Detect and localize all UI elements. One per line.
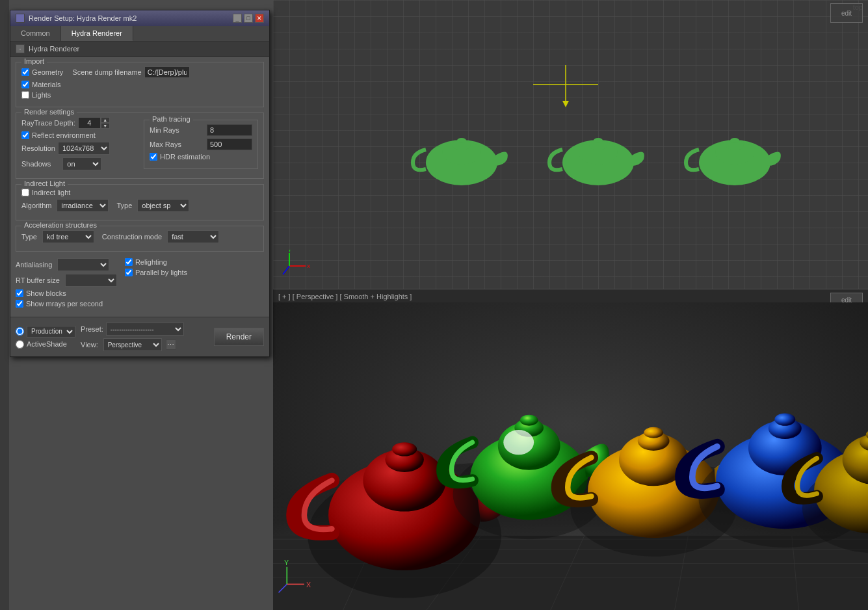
panel-content: Import Geometry Scene dump filename Mate…: [10, 57, 269, 317]
extra-options: Antialiasing RT buffer size Show bloc: [16, 257, 264, 312]
acceleration-title: Acceleration structures: [21, 221, 99, 229]
parallel-lights-checkbox[interactable]: [125, 269, 133, 276]
raytrace-down-btn[interactable]: ▼: [101, 123, 110, 129]
shadows-label: Shadows: [21, 160, 51, 168]
production-radio[interactable]: [16, 327, 24, 336]
raytrace-depth-label: RayTrace Depth:: [21, 119, 75, 127]
rt-buffer-select[interactable]: [65, 274, 117, 287]
resolution-row: Resolution 1024x768: [21, 142, 136, 155]
rt-buffer-row: RT buffer size: [16, 274, 117, 287]
lights-row: Lights: [21, 91, 258, 99]
parallel-lights-label: Parallel by lights: [135, 269, 187, 276]
algorithm-label: Algorithm: [21, 202, 51, 209]
render-settings-group: Render settings RayTrace Depth: ▲ ▼: [16, 113, 264, 179]
max-rays-row: Max Rays: [150, 139, 252, 150]
restore-button[interactable]: □: [244, 14, 253, 23]
raytrace-depth-spinner-btns: ▲ ▼: [101, 117, 110, 129]
antialiasing-select[interactable]: [57, 258, 109, 271]
preset-label: Preset:: [81, 325, 103, 333]
indirect-light-label: Indirect light: [32, 189, 70, 196]
render-mode-group: Production ActiveShade: [16, 326, 75, 349]
reflect-env-row: Reflect environment: [21, 131, 136, 139]
lights-label: Lights: [32, 91, 51, 99]
indirect-light-checkbox[interactable]: [21, 189, 29, 196]
min-rays-row: Min Rays: [150, 124, 252, 136]
dialog-titlebar: Render Setup: Hydra Render mk2 _ □ ✕: [10, 10, 269, 26]
top-edit-widget[interactable]: edit: [830, 3, 863, 23]
tab-hydra-renderer[interactable]: Hydra Renderer: [61, 26, 133, 41]
geometry-checkbox[interactable]: [21, 68, 29, 76]
indirect-light-group: Indirect Light Indirect light Algorithm …: [16, 184, 264, 220]
max-rays-input[interactable]: [207, 139, 252, 150]
raytrace-depth-spinner: ▲ ▼: [78, 117, 110, 129]
render-settings-columns: RayTrace Depth: ▲ ▼ Reflect environmen: [21, 117, 258, 173]
min-rays-input[interactable]: [207, 124, 252, 136]
raytrace-depth-input[interactable]: [78, 117, 101, 129]
show-mrays-checkbox[interactable]: [16, 300, 23, 308]
close-button[interactable]: ✕: [255, 14, 264, 23]
resolution-select[interactable]: 1024x768: [58, 142, 110, 155]
reflect-env-checkbox[interactable]: [21, 131, 29, 139]
accel-type-select[interactable]: kd tree: [42, 230, 94, 243]
viewport-area: top edit: [273, 0, 868, 610]
panel-collapse-button[interactable]: -: [16, 44, 25, 53]
crosshair-widget: [527, 59, 605, 111]
view-select[interactable]: Perspective: [103, 338, 162, 351]
panel-header-label: Hydra Renderer: [29, 45, 79, 53]
materials-label: Materials: [32, 81, 61, 88]
lights-checkbox[interactable]: [21, 91, 29, 99]
teapot-silhouettes: [410, 127, 832, 192]
preset-select[interactable]: --------------------: [106, 323, 184, 336]
raytrace-up-btn[interactable]: ▲: [101, 117, 110, 123]
type-select[interactable]: object sp: [137, 199, 189, 212]
geometry-label: Geometry: [32, 68, 63, 76]
relighting-checkbox[interactable]: [125, 258, 133, 266]
algorithm-row: Algorithm irradiance Type object sp: [21, 199, 258, 212]
production-select[interactable]: Production: [27, 326, 75, 338]
antialiasing-row: Antialiasing: [16, 258, 117, 271]
path-tracing-group: Path tracing Min Rays Max Rays: [144, 120, 258, 169]
relighting-row: Relighting: [125, 258, 187, 266]
min-rays-label: Min Rays: [150, 126, 179, 134]
svg-point-6: [457, 138, 466, 143]
indirect-light-row: Indirect light: [21, 189, 258, 196]
algorithm-select[interactable]: irradiance: [57, 199, 109, 212]
preset-view-group: Preset: -------------------- View: Persp…: [81, 323, 184, 351]
svg-text:Y: Y: [284, 559, 289, 566]
shadows-select[interactable]: on off: [62, 157, 101, 170]
raytrace-depth-row: RayTrace Depth: ▲ ▼: [21, 117, 136, 129]
titlebar-left: Render Setup: Hydra Render mk2: [16, 14, 137, 23]
scene-dump-input[interactable]: [144, 66, 190, 78]
svg-point-41: [503, 430, 534, 455]
extra-right: Relighting Parallel by lights: [125, 258, 187, 310]
svg-point-36: [392, 442, 417, 456]
tab-common[interactable]: Common: [10, 26, 61, 41]
render-settings-left: RayTrace Depth: ▲ ▼ Reflect environmen: [21, 117, 136, 173]
construction-label: Construction mode: [102, 233, 162, 241]
minimize-button[interactable]: _: [233, 14, 242, 23]
hdr-checkbox[interactable]: [150, 153, 157, 161]
shadows-row: Shadows on off: [21, 157, 136, 170]
left-toolbar: [0, 0, 9, 610]
acceleration-group: Acceleration structures Type kd tree Con…: [16, 226, 264, 252]
resolution-label: Resolution: [21, 144, 55, 152]
indirect-light-title: Indirect Light: [21, 179, 68, 187]
show-blocks-checkbox[interactable]: [16, 289, 23, 297]
accel-row: Type kd tree Construction mode fast: [21, 230, 258, 243]
activeshade-label: ActiveShade: [27, 340, 67, 348]
activeshade-radio[interactable]: [16, 340, 24, 349]
svg-line-17: [283, 266, 289, 274]
view-extra-button[interactable]: ⋯: [166, 339, 176, 350]
show-mrays-label: Show mrays per second: [26, 300, 103, 308]
scene-dump-label: Scene dump filename: [72, 68, 141, 76]
viewport-bottom[interactable]: [ + ] [ Perspective ] [ Smooth + Highlig…: [273, 289, 868, 610]
svg-text:X: X: [307, 263, 311, 269]
viewport-top[interactable]: top edit: [273, 0, 868, 289]
rt-buffer-label: RT buffer size: [16, 276, 60, 284]
svg-point-47: [644, 427, 663, 438]
materials-checkbox[interactable]: [21, 81, 29, 88]
axis-indicator-top: X Y: [280, 250, 312, 282]
render-button[interactable]: Render: [214, 328, 264, 346]
view-row: View: Perspective ⋯: [81, 338, 184, 351]
construction-select[interactable]: fast: [167, 230, 219, 243]
